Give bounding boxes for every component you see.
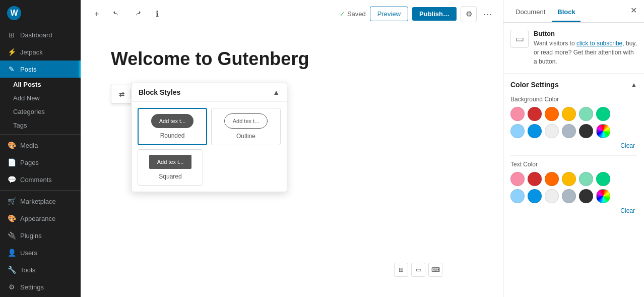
tab-block[interactable]: Block	[552, 2, 580, 22]
block-info-link[interactable]: click to subscribe,	[576, 40, 624, 47]
clear-text-color-button[interactable]: Clear	[618, 206, 637, 215]
wordpress-icon: W	[7, 6, 21, 20]
color-swatch[interactable]	[562, 107, 576, 121]
sidebar-item-label: Comments	[20, 176, 52, 184]
color-swatch[interactable]	[562, 189, 576, 203]
layout-columns-button[interactable]: ⊞	[394, 263, 408, 277]
color-settings-header[interactable]: Color Settings ▲	[510, 81, 637, 89]
sidebar-item-label: Tools	[20, 266, 35, 274]
close-panel-button[interactable]: ✕	[630, 2, 637, 22]
color-swatch[interactable]	[528, 107, 542, 121]
sidebar-item-settings[interactable]: ⚙ Settings	[0, 278, 81, 295]
layout-wide-button[interactable]: ▭	[411, 263, 425, 277]
text-color-label: Text Color	[510, 161, 637, 168]
sidebar-item-plugins[interactable]: 🔌 Plugins	[0, 227, 81, 244]
color-swatch[interactable]	[579, 189, 593, 203]
color-swatch[interactable]	[579, 172, 593, 186]
dashboard-icon: ⊞	[7, 31, 16, 39]
more-options-button[interactable]: ⋯	[481, 7, 495, 21]
info-icon: ℹ	[156, 9, 159, 19]
sidebar-item-label: Media	[20, 142, 38, 149]
check-icon: ✓	[340, 10, 345, 18]
block-info-text: Button Want visitors to click to subscri…	[534, 30, 637, 66]
color-swatch[interactable]	[528, 172, 542, 186]
color-swatch[interactable]	[528, 124, 542, 138]
add-block-button[interactable]: +	[89, 6, 105, 22]
sidebar-item-marketplace[interactable]: 🛒 Marketplace	[0, 193, 81, 210]
color-swatch[interactable]	[510, 172, 525, 186]
sidebar-item-label: Settings	[20, 283, 44, 291]
settings-toggle-button[interactable]: ⚙	[461, 6, 477, 22]
gear-icon: ⚙	[466, 10, 472, 19]
color-swatch[interactable]	[545, 172, 559, 186]
sidebar-item-label: Marketplace	[20, 198, 56, 205]
jetpack-icon: ⚡	[7, 48, 16, 56]
transform-block-button[interactable]: ⇄	[114, 87, 128, 101]
ellipsis-icon: ⋯	[483, 9, 492, 20]
marketplace-icon: 🛒	[7, 197, 16, 205]
users-icon: 👤	[7, 249, 16, 257]
sidebar-sub-label: Add New	[13, 94, 40, 102]
publish-button[interactable]: Publish…	[412, 7, 457, 21]
style-option-outline[interactable]: Add tex t... Outline	[211, 108, 281, 145]
sidebar-item-label: Users	[20, 249, 37, 257]
color-swatch[interactable]	[545, 107, 559, 121]
block-type-icon: ▭	[510, 30, 529, 48]
color-swatch[interactable]	[545, 189, 559, 203]
clear-background-color-button[interactable]: Clear	[618, 141, 637, 150]
text-color-swatches	[510, 172, 637, 203]
block-info-section: ▭ Button Want visitors to click to subsc…	[503, 23, 644, 74]
color-swatch[interactable]	[596, 107, 610, 121]
sidebar-item-media[interactable]: 🎨 Media	[0, 137, 81, 154]
sidebar-logo[interactable]: W	[0, 0, 81, 26]
tab-document[interactable]: Document	[510, 2, 550, 22]
sidebar-item-posts[interactable]: ✎ Posts	[0, 61, 81, 78]
post-title[interactable]: Welcome to Gutenberg	[111, 48, 473, 70]
rounded-preview: Add tex t...	[151, 114, 194, 128]
posts-icon: ✎	[7, 65, 16, 73]
info-button[interactable]: ℹ	[149, 6, 165, 22]
color-swatch[interactable]	[562, 124, 576, 138]
layout-keyboard-button[interactable]: ⌨	[428, 263, 442, 277]
color-swatch[interactable]	[596, 172, 610, 186]
sidebar-subitem-tags[interactable]: Tags	[0, 118, 81, 132]
block-styles-grid: Add tex t... Rounded Add tex t... Outlin…	[132, 102, 287, 192]
style-option-squared[interactable]: Add tex t... Squared	[138, 149, 203, 186]
redo-button[interactable]	[129, 6, 145, 22]
style-option-rounded[interactable]: Add tex t... Rounded	[138, 108, 207, 145]
save-status: ✓ Saved	[340, 10, 366, 18]
sidebar-subitem-categories[interactable]: Categories	[0, 105, 81, 118]
sidebar-item-dashboard[interactable]: ⊞ Dashboard	[0, 26, 81, 43]
color-swatch[interactable]	[545, 124, 559, 138]
undo-button[interactable]	[109, 6, 125, 22]
pages-icon: 📄	[7, 158, 16, 166]
preview-button[interactable]: Preview	[370, 7, 408, 21]
sidebar-item-pages[interactable]: 📄 Pages	[0, 154, 81, 171]
sidebar-item-comments[interactable]: 💬 Comments	[0, 171, 81, 188]
color-swatch[interactable]	[510, 107, 525, 121]
close-block-styles-button[interactable]: ▲	[273, 88, 280, 96]
color-swatch[interactable]	[579, 124, 593, 138]
editor-content: Welcome to Gutenberg ⇄ B I ABC ⋮	[81, 28, 503, 297]
squared-preview: Add tex t...	[149, 155, 192, 169]
color-swatch[interactable]	[510, 189, 525, 203]
gradient-swatch[interactable]	[596, 124, 610, 138]
color-swatch[interactable]	[510, 124, 525, 138]
block-styles-popup: Block Styles ▲ Add tex t... Rounded Add …	[131, 83, 287, 192]
sidebar-item-appearance[interactable]: 🎨 Appearance	[0, 210, 81, 227]
color-swatch[interactable]	[562, 172, 576, 186]
sidebar-item-tools[interactable]: 🔧 Tools	[0, 261, 81, 278]
add-icon: +	[94, 10, 99, 19]
sidebar-item-users[interactable]: 👤 Users	[0, 244, 81, 261]
sidebar-subitem-add-new[interactable]: Add New	[0, 91, 81, 105]
color-swatch[interactable]	[528, 189, 542, 203]
sidebar-sub-label: Categories	[13, 108, 45, 115]
media-icon: 🎨	[7, 141, 16, 149]
gradient-swatch[interactable]	[596, 189, 610, 203]
color-swatch[interactable]	[579, 107, 593, 121]
sidebar-item-label: Pages	[20, 159, 39, 166]
sidebar-divider	[0, 134, 81, 135]
sidebar-subitem-all-posts[interactable]: All Posts	[0, 78, 81, 91]
sidebar-item-jetpack[interactable]: ⚡ Jetpack	[0, 43, 81, 61]
transform-icon: ⇄	[119, 91, 124, 98]
